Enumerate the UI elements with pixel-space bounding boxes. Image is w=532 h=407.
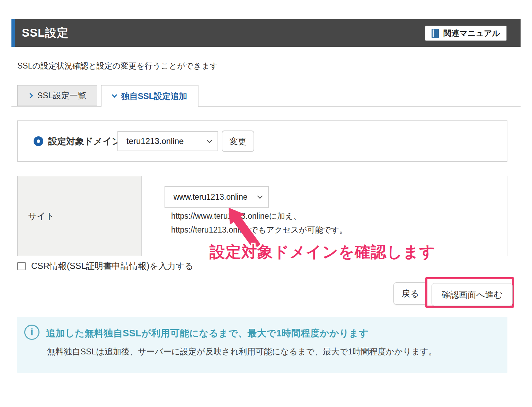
info-box: i 追加した無料独自SSLが利用可能になるまで、最大で1時間程度かかります 無料… xyxy=(17,317,507,373)
proceed-button-highlight: 確認画面へ進む xyxy=(425,277,514,308)
chevron-right-icon xyxy=(28,93,33,98)
tab-ssl-list-label: SSL設定一覧 xyxy=(37,90,86,101)
tab-add-own-ssl-label: 独自SSL設定追加 xyxy=(121,91,187,102)
tab-ssl-list[interactable]: SSL設定一覧 xyxy=(17,85,97,106)
csr-checkbox[interactable] xyxy=(17,262,26,270)
target-domain-label: 設定対象ドメイン xyxy=(48,135,121,147)
site-row-label: サイト xyxy=(18,176,142,256)
csr-checkbox-label: CSR情報(SSL証明書申請情報)を入力する xyxy=(31,260,193,272)
tabs-divider xyxy=(11,106,521,107)
site-select-value: www.teru1213.online xyxy=(174,192,248,202)
site-select[interactable]: www.teru1213.online xyxy=(165,186,269,208)
target-domain-section: 設定対象ドメイン teru1213.online 変更 xyxy=(17,120,507,162)
tab-add-own-ssl[interactable]: 独自SSL設定追加 xyxy=(101,85,198,107)
chevron-down-icon xyxy=(207,138,212,143)
proceed-to-confirm-button[interactable]: 確認画面へ進む xyxy=(432,283,513,306)
ssl-settings-page: SSL設定 関連マニュアル SSLの設定状況確認と設定の変更を行うことができます… xyxy=(0,0,532,407)
related-manual-button[interactable]: 関連マニュアル xyxy=(425,26,507,41)
back-button[interactable]: 戻る xyxy=(393,282,427,305)
chevron-down-icon xyxy=(257,193,263,199)
target-domain-select-value: teru1213.online xyxy=(126,136,184,146)
target-domain-select[interactable]: teru1213.online xyxy=(117,131,218,151)
info-box-body: 無料独自SSLは追加後、サーバーに設定が反映され利用可能になるまで、最大で1時間… xyxy=(47,346,437,357)
change-domain-button[interactable]: 変更 xyxy=(222,130,254,152)
related-manual-label: 関連マニュアル xyxy=(443,28,500,39)
info-icon: i xyxy=(24,325,39,340)
page-description: SSLの設定状況確認と設定の変更を行うことができます xyxy=(17,61,218,71)
info-box-title: 追加した無料独自SSLが利用可能になるまで、最大で1時間程度かかります xyxy=(46,327,369,340)
chevron-down-icon xyxy=(112,92,117,98)
page-header: SSL設定 関連マニュアル xyxy=(11,19,521,47)
csr-row: CSR情報(SSL証明書申請情報)を入力する xyxy=(17,260,193,272)
book-icon xyxy=(432,29,439,38)
header-accent-bar xyxy=(11,19,15,47)
target-domain-bullet-icon xyxy=(34,136,43,146)
page-title: SSL設定 xyxy=(22,25,69,41)
annotation-text: 設定対象ドメインを確認します xyxy=(210,242,435,262)
